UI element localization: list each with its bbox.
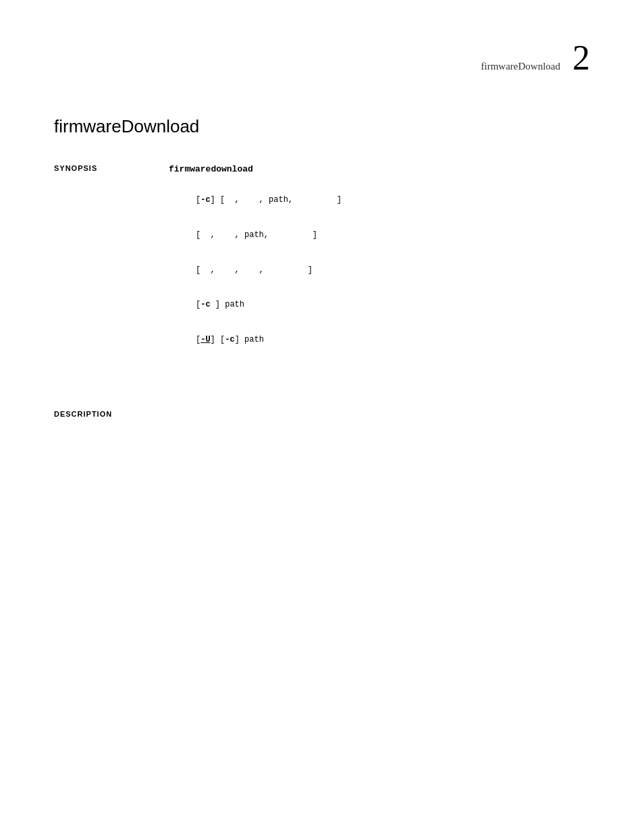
page-title: firmwareDownload xyxy=(54,116,590,137)
synopsis-line-4: [-c ] path xyxy=(196,299,590,311)
synopsis-line-3: [ , , , ] xyxy=(196,265,590,276)
synopsis-label: SYNOPSIS xyxy=(54,164,142,172)
page: firmwareDownload 2 firmwareDownload SYNO… xyxy=(0,0,644,834)
header-title: firmwareDownload xyxy=(481,61,560,72)
synopsis-command: firmwaredownload xyxy=(169,164,590,174)
synopsis-line-5: [-U] [-c] path xyxy=(196,334,590,346)
synopsis-line-1: [-c] [ , , path, ] xyxy=(196,194,590,206)
flag-c-3: -c xyxy=(225,335,234,344)
flag-c-2: -c xyxy=(200,300,210,309)
synopsis-block: firmwaredownload [-c] [ , , path, ] [ , … xyxy=(169,164,590,346)
page-header: firmwareDownload 2 xyxy=(54,41,590,76)
description-row: DESCRIPTION xyxy=(54,410,590,432)
flag-c-1: -c xyxy=(200,195,210,205)
header-chapter: 2 xyxy=(572,41,590,76)
description-label-col: DESCRIPTION xyxy=(54,410,142,432)
synopsis-section: SYNOPSIS firmwaredownload [-c] [ , , pat… xyxy=(54,164,590,369)
synopsis-variants: [-c] [ , , path, ] [ , , path, ] [ , , ,… xyxy=(196,194,590,346)
flag-u: -U xyxy=(200,335,210,344)
synopsis-label-col: SYNOPSIS xyxy=(54,164,142,186)
synopsis-content: firmwaredownload [-c] [ , , path, ] [ , … xyxy=(142,164,590,369)
description-label: DESCRIPTION xyxy=(54,410,142,418)
description-section: DESCRIPTION xyxy=(54,410,590,432)
synopsis-line-2: [ , , path, ] xyxy=(196,230,590,241)
